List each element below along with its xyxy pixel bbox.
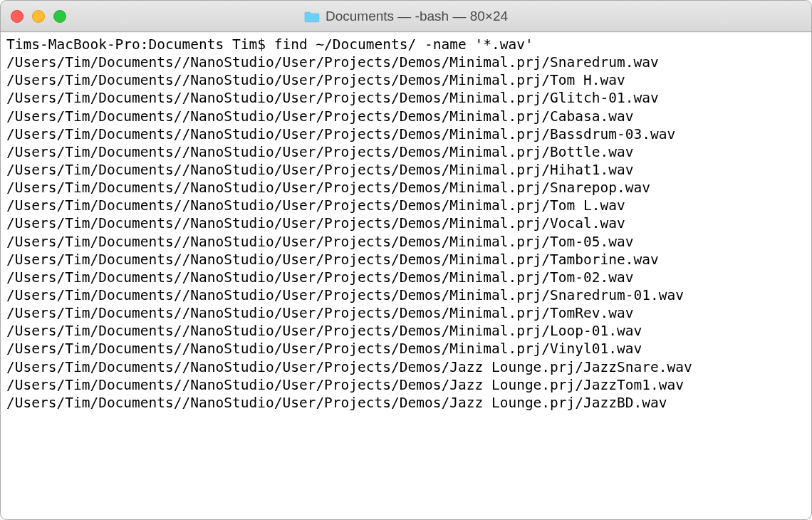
folder-icon [304, 10, 320, 23]
minimize-button[interactable] [32, 10, 45, 23]
titlebar[interactable]: Documents — -bash — 80×24 [1, 1, 811, 32]
terminal-body[interactable]: Tims-MacBook-Pro:Documents Tim$ find ~/D… [1, 32, 811, 519]
terminal-window: Documents — -bash — 80×24 Tims-MacBook-P… [0, 0, 812, 520]
close-button[interactable] [11, 10, 24, 23]
traffic-lights [11, 10, 66, 23]
window-title: Documents — -bash — 80×24 [326, 9, 508, 24]
maximize-button[interactable] [53, 10, 66, 23]
window-title-group: Documents — -bash — 80×24 [304, 9, 508, 24]
